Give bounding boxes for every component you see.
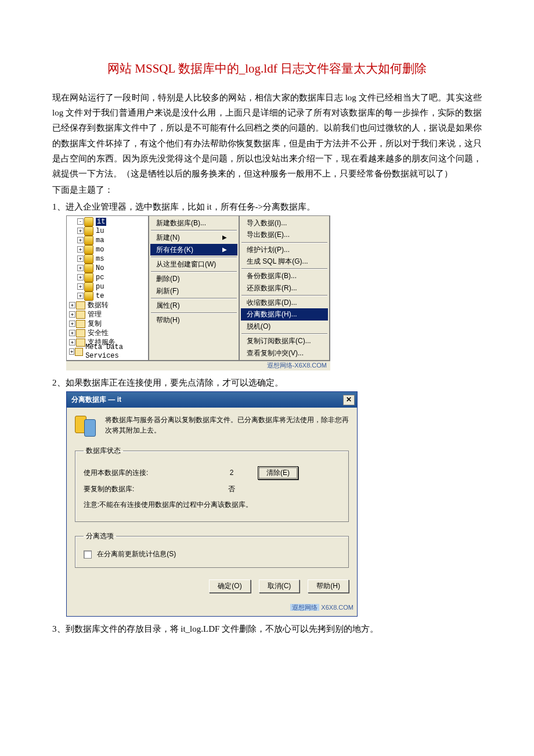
database-icon — [84, 282, 93, 291]
folder-icon — [76, 339, 85, 347]
tree-item-it[interactable]: -it — [67, 217, 148, 226]
separator — [241, 268, 327, 269]
folder-icon — [76, 320, 85, 328]
tree-folder[interactable]: +数据转 — [67, 301, 148, 310]
db-tree: -it +lu +ma +mo +ms +No +pc +pu +te +数据转… — [66, 215, 149, 361]
separator — [241, 295, 327, 296]
separator — [151, 257, 237, 257]
tree-folder[interactable]: +管理 — [67, 310, 148, 319]
cancel-button[interactable]: 取消(C) — [259, 579, 300, 593]
dialog-titlebar: 分离数据库 — it ✕ — [67, 392, 357, 408]
step-1: 1、进入企业管理器，选中数据库，比如 it，所有任务->分离数据库。 — [52, 199, 482, 214]
submenu-export[interactable]: 导出数据(E)... — [241, 229, 328, 240]
folder-icon — [75, 348, 83, 356]
database-icon — [84, 226, 93, 236]
submenu-import[interactable]: 导入数据(I)... — [241, 217, 328, 229]
tree-item[interactable]: +pu — [67, 282, 148, 291]
menu-delete[interactable]: 删除(D) — [150, 273, 237, 285]
step-3: 3、到数据库文件的存放目录，将 it_log.LDF 文件删除，不放心可以先拷到… — [52, 621, 482, 636]
menu-new[interactable]: 新建(N)▶ — [150, 232, 237, 243]
tree-item[interactable]: +pc — [67, 273, 148, 282]
help-button[interactable]: 帮助(H) — [308, 579, 349, 593]
submenu-copy-sub[interactable]: 复制订阅数据库(C)... — [241, 335, 328, 347]
menu-help[interactable]: 帮助(H) — [150, 314, 237, 326]
document-page: 网站 MSSQL 数据库中的_log.ldf 日志文件容量太大如何删除 现在网站… — [0, 0, 534, 661]
tree-item[interactable]: +ms — [67, 254, 148, 264]
menu-properties[interactable]: 属性(R) — [150, 300, 237, 311]
ok-button[interactable]: 确定(O) — [209, 579, 250, 593]
step-2: 2、如果数据库正在连接使用，要先点清除，才可以选确定。 — [52, 375, 482, 390]
menu-new-database[interactable]: 新建数据库(B)... — [150, 217, 237, 229]
separator — [151, 312, 237, 313]
folder-icon — [76, 311, 85, 319]
separator — [241, 242, 327, 243]
tree-item[interactable]: +lu — [67, 226, 148, 236]
status-note: 注意:不能在有连接使用数据库的过程中分离该数据库。 — [84, 499, 252, 511]
submenu-gen-sql[interactable]: 生成 SQL 脚本(G)... — [241, 255, 328, 267]
separator — [151, 298, 237, 298]
submenu-offline[interactable]: 脱机(O) — [241, 321, 328, 332]
tree-folder[interactable]: +复制 — [67, 319, 148, 329]
submenu-detach[interactable]: 分离数据库(H)... — [241, 308, 328, 320]
database-icon — [84, 245, 93, 254]
screenshot-context-menu: -it +lu +ma +mo +ms +No +pc +pu +te +数据转… — [66, 215, 330, 370]
dialog-description: 将数据库与服务器分离以复制数据库文件。已分离数据库将无法使用，除非您再次将其附加… — [105, 415, 349, 435]
submenu-backup[interactable]: 备份数据库(B)... — [241, 270, 328, 282]
submenu-maintenance[interactable]: 维护计划(P)... — [241, 244, 328, 255]
watermark: 遐想网络-X6X8.COM — [66, 361, 330, 370]
database-icon — [84, 264, 93, 273]
separator — [151, 271, 237, 272]
intro-paragraph: 现在网站运行了一段时间，特别是人比较多的网站，相信大家的数据库日志 log 文件… — [52, 90, 482, 182]
checkbox-icon — [84, 550, 92, 559]
database-icon — [84, 291, 93, 301]
page-title: 网站 MSSQL 数据库中的_log.ldf 日志文件容量太大如何删除 — [52, 58, 482, 80]
submenu-restore[interactable]: 还原数据库(R)... — [241, 282, 328, 294]
database-icon — [84, 217, 93, 226]
detach-icon — [75, 415, 97, 437]
tree-item[interactable]: +ma — [67, 236, 148, 245]
tree-folder[interactable]: +安全性 — [67, 329, 148, 338]
value-replicate: 否 — [205, 483, 258, 495]
database-icon — [84, 236, 93, 245]
clear-button[interactable]: 清除(E) — [258, 466, 298, 480]
tree-item[interactable]: +No — [67, 264, 148, 273]
watermark: 遐想网络 X6X8.COM — [67, 602, 357, 615]
checkbox-update-stats[interactable]: 在分离前更新统计信息(S) — [84, 550, 176, 558]
tree-folder[interactable]: +Meta Data Services — [67, 347, 148, 357]
dialog-title: 分离数据库 — it — [71, 394, 121, 406]
database-icon — [84, 273, 93, 282]
label-connections: 使用本数据库的连接: — [84, 467, 205, 479]
context-menu: 新建数据库(B)... 新建(N)▶ 所有任务(K)▶ 从这里创建窗口(W) 删… — [149, 215, 239, 361]
chevron-right-icon: ▶ — [222, 234, 227, 241]
chevron-right-icon: ▶ — [222, 246, 227, 253]
separator — [241, 333, 327, 334]
menu-new-window[interactable]: 从这里创建窗口(W) — [150, 258, 237, 270]
tasks-submenu: 导入数据(I)... 导出数据(E)... 维护计划(P)... 生成 SQL … — [239, 215, 330, 361]
menu-all-tasks[interactable]: 所有任务(K)▶ — [150, 244, 237, 255]
group-legend: 分离选项 — [84, 530, 116, 542]
lead-in: 下面是主题了： — [52, 182, 482, 197]
group-db-status: 数据库状态 使用本数据库的连接: 2 清除(E) 要复制的数据库: 否 注意:不… — [75, 445, 349, 522]
folder-icon — [76, 329, 85, 337]
label-replicate: 要复制的数据库: — [84, 483, 205, 495]
close-button[interactable]: ✕ — [343, 395, 355, 405]
menu-refresh[interactable]: 刷新(F) — [150, 285, 237, 297]
tree-item[interactable]: +te — [67, 291, 148, 301]
separator — [151, 230, 237, 231]
screenshot-detach-dialog: 分离数据库 — it ✕ 将数据库与服务器分离以复制数据库文件。已分离数据库将无… — [66, 391, 358, 616]
database-icon — [84, 254, 93, 264]
tree-item[interactable]: +mo — [67, 245, 148, 254]
submenu-view-conflict[interactable]: 查看复制冲突(V)... — [241, 347, 328, 359]
submenu-shrink[interactable]: 收缩数据库(D)... — [241, 297, 328, 308]
group-legend: 数据库状态 — [84, 445, 123, 457]
value-connections: 2 — [205, 467, 258, 479]
group-detach-options: 分离选项 在分离前更新统计信息(S) — [75, 530, 349, 568]
folder-icon — [76, 301, 85, 309]
checkbox-label: 在分离前更新统计信息(S) — [97, 550, 176, 558]
